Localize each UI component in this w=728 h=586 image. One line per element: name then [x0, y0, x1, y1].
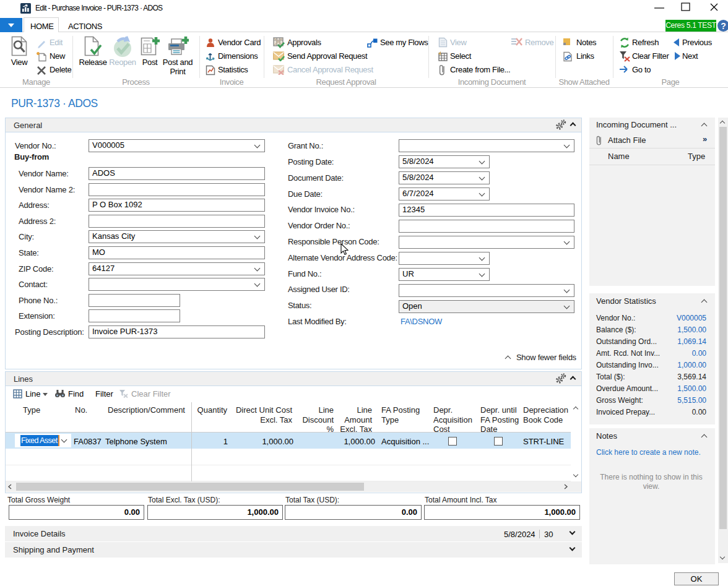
svg-text:?: ?	[721, 21, 726, 31]
